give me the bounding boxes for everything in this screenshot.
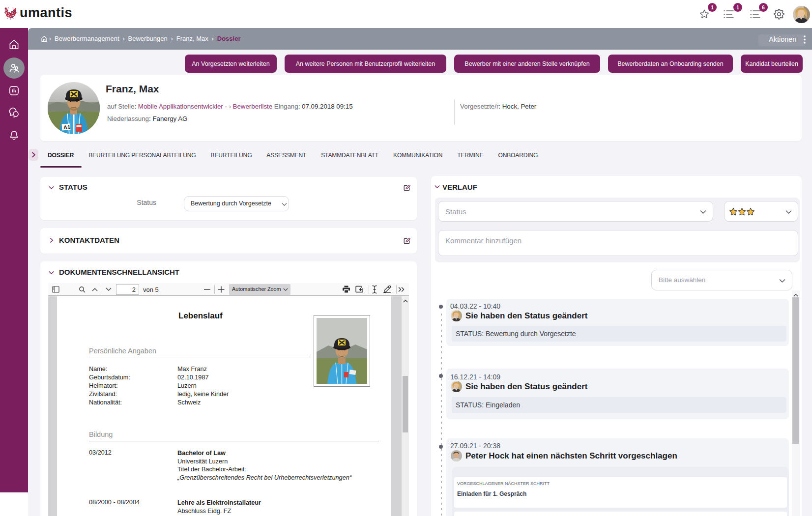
svg-text:A1: A1 <box>63 124 71 130</box>
